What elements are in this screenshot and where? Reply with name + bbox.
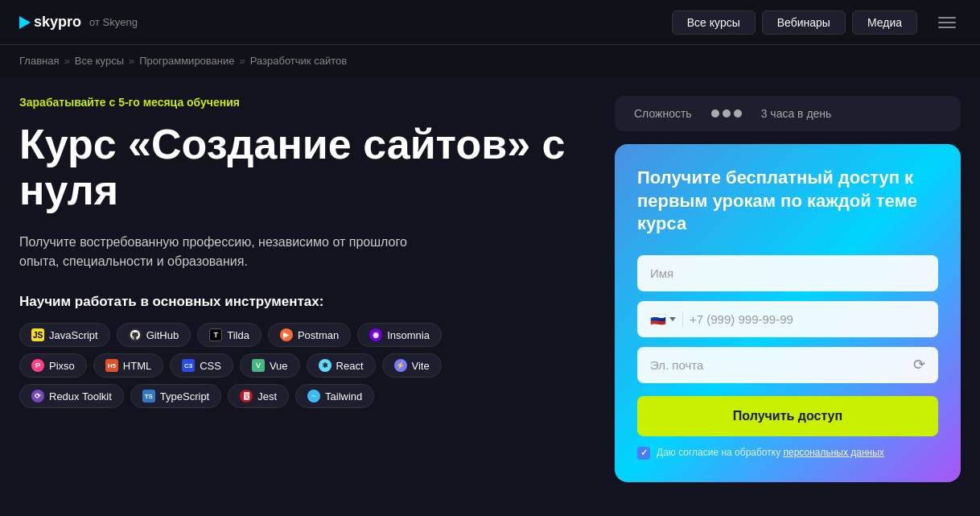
header: skypro от Skyeng Все курсы Вебинары Меди… [0, 0, 980, 45]
country-selector[interactable]: 🇷🇺 [650, 312, 683, 327]
tool-vite: ⚡ Vite [382, 353, 442, 378]
complexity-dots [711, 109, 742, 118]
pixso-icon: P [31, 359, 44, 372]
tool-typescript: TS TypeScript [130, 384, 221, 408]
redux-icon: ⟳ [31, 390, 44, 402]
tool-label: TypeScript [160, 390, 209, 402]
right-column: Сложность 3 часа в день Получите бесплат… [615, 96, 961, 516]
nav-courses[interactable]: Все курсы [672, 10, 756, 35]
flag-icon: 🇷🇺 [650, 312, 666, 327]
tool-tilda: T Tilda [197, 323, 261, 347]
breadcrumb-programming[interactable]: Программирование [139, 55, 234, 67]
name-group [637, 255, 938, 291]
left-column: Зарабатывайте с 5-го месяца обучения Кур… [19, 96, 583, 516]
logo-sub: от Skyeng [89, 16, 138, 28]
hamburger-menu[interactable] [933, 12, 961, 33]
tool-label: Vite [412, 360, 430, 372]
dot-3 [734, 109, 742, 118]
scan-icon: ⟳ [913, 356, 925, 374]
tool-tailwind: ~ Tailwind [295, 384, 374, 408]
tool-label: Vue [270, 360, 288, 372]
breadcrumb-sep: » [240, 55, 245, 67]
jest-icon: 🃏 [240, 390, 253, 402]
breadcrumb-sep: » [64, 55, 69, 67]
phone-row: 🇷🇺 [637, 301, 938, 337]
tool-label: Insomnia [387, 329, 430, 341]
consent-row: ✓ Даю согласие на обработку персональных… [637, 446, 938, 460]
phone-input[interactable] [690, 301, 925, 337]
vue-icon: V [252, 359, 265, 372]
tailwind-icon: ~ [307, 390, 320, 402]
tool-label: React [336, 360, 364, 372]
tool-github: GitHub [117, 323, 191, 347]
tool-label: Tilda [227, 329, 249, 341]
consent-checkbox[interactable]: ✓ [637, 447, 650, 460]
breadcrumb-sep: » [129, 55, 134, 67]
dot-1 [711, 109, 719, 118]
ts-icon: TS [142, 390, 155, 402]
html-icon: H5 [105, 359, 118, 372]
tool-label: Redux Toolkit [49, 390, 112, 402]
tool-label: JavaScript [49, 329, 98, 341]
tool-javascript: JS JavaScript [19, 323, 110, 347]
react-icon: ⚛ [319, 359, 331, 372]
main-content: Зарабатывайте с 5-го месяца обучения Кур… [0, 76, 980, 516]
tools-heading: Научим работать в основных инструментах: [19, 294, 583, 310]
github-icon [129, 328, 142, 341]
breadcrumb-courses[interactable]: Все курсы [75, 55, 124, 67]
tagline: Зарабатывайте с 5-го месяца обучения [19, 96, 583, 109]
tool-vue: V Vue [240, 353, 300, 378]
dot-2 [723, 109, 731, 118]
tool-label: Tailwind [325, 390, 362, 402]
tool-label: Pixso [49, 360, 75, 372]
tools-grid: JS JavaScript GitHub T Tilda ▶ Postman ◉… [19, 323, 470, 408]
tool-jest: 🃏 Jest [228, 384, 289, 408]
time-label: 3 часа в день [761, 107, 832, 120]
phone-group: 🇷🇺 [637, 301, 938, 337]
checkmark-icon: ✓ [640, 448, 648, 458]
insomnia-icon: ◉ [369, 328, 382, 341]
name-input[interactable] [637, 255, 938, 291]
consent-text: Даю согласие на обработку персональных д… [657, 446, 884, 460]
consent-link[interactable]: персональных данных [783, 447, 883, 458]
chevron-icon [669, 317, 676, 321]
nav-media[interactable]: Медиа [852, 10, 917, 35]
email-row: ⟳ [637, 347, 938, 383]
tool-postman: ▶ Postman [268, 323, 351, 347]
breadcrumb-current[interactable]: Разработчик сайтов [250, 55, 347, 67]
postman-icon: ▶ [280, 328, 293, 341]
nav-webinars[interactable]: Вебинары [762, 10, 846, 35]
main-nav: Все курсы Вебинары Медиа [672, 10, 917, 35]
tool-label: GitHub [146, 329, 179, 341]
tool-redux: ⟳ Redux Toolkit [19, 384, 124, 408]
signup-card: Получите бесплатный доступ к первым урок… [615, 144, 961, 482]
logo-icon: skypro [19, 14, 81, 31]
js-icon: JS [31, 328, 44, 341]
email-input[interactable] [650, 347, 913, 383]
play-icon [19, 16, 31, 29]
vite-icon: ⚡ [394, 359, 407, 372]
logo-area: skypro от Skyeng [19, 14, 138, 31]
hamburger-line [938, 22, 956, 23]
hamburger-line [938, 27, 956, 28]
tool-pixso: P Pixso [19, 353, 87, 378]
css-icon: C3 [182, 359, 195, 372]
tilda-icon: T [209, 328, 222, 341]
tool-label: CSS [200, 360, 221, 372]
course-description: Получите востребованную профессию, незав… [19, 233, 422, 271]
signup-title: Получите бесплатный доступ к первым урок… [637, 167, 938, 236]
consent-prefix: Даю согласие на обработку [657, 447, 783, 458]
hamburger-line [938, 17, 956, 19]
complexity-bar: Сложность 3 часа в день [615, 96, 961, 131]
tool-label: Postman [298, 329, 339, 341]
submit-button[interactable]: Получить доступ [637, 396, 938, 436]
logo-text[interactable]: skypro [34, 14, 81, 31]
tool-html: H5 HTML [93, 353, 163, 378]
course-title: Курс «Создание сайтов» с нуля [19, 122, 583, 213]
tool-css: C3 CSS [170, 353, 233, 378]
tool-label: HTML [123, 360, 151, 372]
tool-insomnia: ◉ Insomnia [357, 323, 442, 347]
tool-react: ⚛ React [307, 353, 376, 378]
breadcrumb-home[interactable]: Главная [19, 55, 59, 67]
breadcrumb: Главная » Все курсы » Программирование »… [0, 45, 980, 76]
